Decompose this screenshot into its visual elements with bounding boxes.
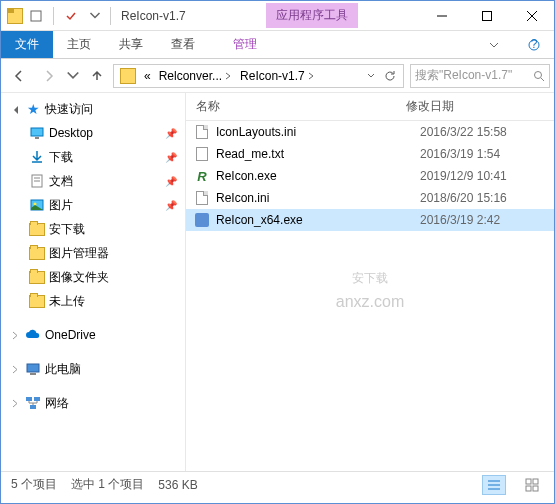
file-row[interactable]: ReIcon.ini2018/6/20 15:16	[186, 187, 554, 209]
file-icon	[194, 212, 210, 228]
tab-share[interactable]: 共享	[105, 31, 157, 58]
sidebar-item-7[interactable]: 未上传	[1, 289, 185, 313]
picture-icon	[29, 197, 45, 213]
document-icon	[29, 173, 45, 189]
svg-rect-22	[526, 479, 531, 484]
sidebar-item-4[interactable]: 安下载	[1, 217, 185, 241]
main-area: ★ 快速访问 Desktop📌下载📌文档📌图片📌安下载图片管理器图像文件夹未上传…	[1, 93, 554, 471]
view-icons-button[interactable]	[520, 475, 544, 495]
chevron-down-icon[interactable]	[9, 103, 21, 115]
svg-rect-8	[35, 137, 39, 139]
sidebar-item-label: 网络	[45, 395, 69, 412]
maximize-button[interactable]	[464, 1, 509, 31]
quick-access-toolbar	[1, 5, 106, 27]
svg-rect-7	[31, 128, 43, 136]
folder-icon	[29, 245, 45, 261]
breadcrumb-overflow[interactable]: «	[140, 65, 155, 87]
download-icon	[29, 149, 45, 165]
close-button[interactable]	[509, 1, 554, 31]
file-row[interactable]: RReIcon.exe2019/12/9 10:41	[186, 165, 554, 187]
view-details-button[interactable]	[482, 475, 506, 495]
chevron-right-icon[interactable]	[9, 329, 21, 341]
cloud-icon	[25, 327, 41, 343]
sidebar: ★ 快速访问 Desktop📌下载📌文档📌图片📌安下载图片管理器图像文件夹未上传…	[1, 93, 186, 471]
folder-icon	[7, 8, 23, 24]
sidebar-item-6[interactable]: 图像文件夹	[1, 265, 185, 289]
desktop-icon	[29, 125, 45, 141]
file-name: IconLayouts.ini	[216, 125, 420, 139]
pin-icon: 📌	[165, 128, 177, 139]
sidebar-item-label: 图片	[49, 197, 73, 214]
breadcrumb-seg-2[interactable]: ReIcon-v1.7	[236, 65, 319, 87]
folder-icon	[29, 221, 45, 237]
file-name: ReIcon_x64.exe	[216, 213, 420, 227]
breadcrumb-seg-1[interactable]: Relconver...	[155, 65, 236, 87]
back-button[interactable]	[5, 63, 33, 89]
recent-button[interactable]	[65, 63, 81, 89]
svg-rect-17	[34, 397, 40, 401]
up-button[interactable]	[83, 63, 111, 89]
qat-properties-button[interactable]	[25, 5, 47, 27]
folder-icon	[29, 293, 45, 309]
tab-home[interactable]: 主页	[53, 31, 105, 58]
file-row[interactable]: IconLayouts.ini2016/3/22 15:58	[186, 121, 554, 143]
file-name: Read_me.txt	[216, 147, 420, 161]
file-row[interactable]: ReIcon_x64.exe2016/3/19 2:42	[186, 209, 554, 231]
chevron-right-icon[interactable]	[9, 397, 21, 409]
sidebar-quick-access[interactable]: ★ 快速访问	[1, 97, 185, 121]
column-name[interactable]: 名称	[192, 98, 402, 115]
sidebar-item-0[interactable]: Desktop📌	[1, 121, 185, 145]
sidebar-this-pc[interactable]: 此电脑	[1, 357, 185, 381]
sidebar-network[interactable]: 网络	[1, 391, 185, 415]
file-name: ReIcon.ini	[216, 191, 420, 205]
sidebar-item-label: 快速访问	[45, 101, 93, 118]
forward-button[interactable]	[35, 63, 63, 89]
sidebar-item-label: 图片管理器	[49, 245, 109, 262]
svg-rect-14	[27, 364, 39, 372]
file-date: 2018/6/20 15:16	[420, 191, 554, 205]
search-placeholder: 搜索"ReIcon-v1.7"	[415, 67, 512, 84]
ribbon-expand-button[interactable]	[474, 31, 514, 58]
svg-rect-15	[30, 373, 36, 375]
qat-dropdown-button[interactable]	[84, 5, 106, 27]
navbar: « Relconver... ReIcon-v1.7 搜索"ReIcon-v1.…	[1, 59, 554, 93]
pin-icon: 📌	[165, 176, 177, 187]
pin-icon: 📌	[165, 200, 177, 211]
sidebar-item-label: OneDrive	[45, 328, 96, 342]
context-tab-header: 应用程序工具	[266, 3, 358, 28]
chevron-right-icon[interactable]	[9, 363, 21, 375]
minimize-button[interactable]	[419, 1, 464, 31]
breadcrumb-dropdown[interactable]	[363, 65, 379, 87]
svg-text:?: ?	[531, 39, 538, 51]
breadcrumb[interactable]: « Relconver... ReIcon-v1.7	[113, 64, 404, 88]
tab-manage[interactable]: 管理	[219, 31, 271, 58]
search-input[interactable]: 搜索"ReIcon-v1.7"	[410, 64, 550, 88]
sidebar-item-5[interactable]: 图片管理器	[1, 241, 185, 265]
file-date: 2016/3/19 2:42	[420, 213, 554, 227]
refresh-button[interactable]	[379, 70, 401, 82]
sidebar-item-label: 未上传	[49, 293, 85, 310]
sidebar-item-3[interactable]: 图片📌	[1, 193, 185, 217]
status-selected: 选中 1 个项目	[71, 476, 144, 493]
column-headers: 名称 修改日期	[186, 93, 554, 121]
status-count: 5 个项目	[11, 476, 57, 493]
sidebar-onedrive[interactable]: OneDrive	[1, 323, 185, 347]
help-button[interactable]: ?	[514, 31, 554, 58]
sidebar-item-1[interactable]: 下载📌	[1, 145, 185, 169]
svg-rect-24	[526, 486, 531, 491]
column-date[interactable]: 修改日期	[402, 98, 554, 115]
sidebar-item-label: 此电脑	[45, 361, 81, 378]
search-icon	[533, 70, 545, 82]
file-date: 2016/3/19 1:54	[420, 147, 554, 161]
svg-line-6	[541, 78, 544, 81]
computer-icon	[25, 361, 41, 377]
star-icon: ★	[25, 101, 41, 117]
file-row[interactable]: Read_me.txt2016/3/19 1:54	[186, 143, 554, 165]
tab-file[interactable]: 文件	[1, 31, 53, 58]
sidebar-item-2[interactable]: 文档📌	[1, 169, 185, 193]
status-size: 536 KB	[158, 478, 197, 492]
svg-rect-18	[30, 405, 36, 409]
tab-view[interactable]: 查看	[157, 31, 209, 58]
file-name: ReIcon.exe	[216, 169, 420, 183]
qat-checkmark-button[interactable]	[60, 5, 82, 27]
